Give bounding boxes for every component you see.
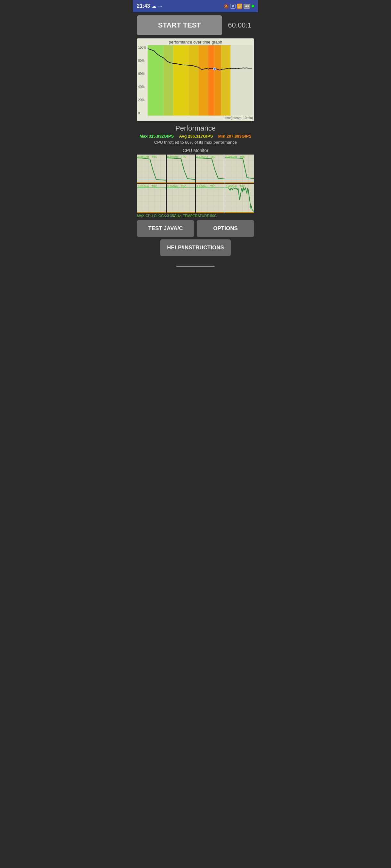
throttle-text: CPU throttled to 66% of its max performa… <box>137 140 254 145</box>
stat-min: Min 207,883GIPS <box>218 134 252 138</box>
help-button[interactable]: HELP/INSTRUCTIONS <box>160 239 231 256</box>
svg-point-9 <box>214 67 216 70</box>
stat-max: Max 315,932GIPS <box>139 134 174 138</box>
cpu-cell-2-label: 0.48GHz T0C <box>167 155 187 158</box>
start-test-button[interactable]: START TEST <box>137 16 222 35</box>
cpu-cell-5-label: 3.20GHz T0C <box>138 185 157 188</box>
cpu-monitor-title: CPU Monitor <box>137 148 254 153</box>
mute-icon: 🔕 <box>224 4 229 9</box>
cpu-monitor-grid: 0.48GHz T0C <box>137 154 254 213</box>
cpu-monitor-section: CPU Monitor 0.48GHz T0C <box>137 148 254 218</box>
x-icon: ✕ <box>230 4 235 9</box>
options-button[interactable]: OPTIONS <box>197 220 254 237</box>
svg-rect-89 <box>225 212 254 213</box>
svg-rect-50 <box>137 184 166 213</box>
home-indicator <box>176 266 215 267</box>
performance-section: Performance Max 315,932GIPS Avg 236,317G… <box>137 124 254 145</box>
cpu-cell-8-label: 0.40GHz T0C <box>226 185 245 188</box>
status-time: 21:43 <box>137 3 150 9</box>
time-label: time(interval 10min) <box>138 116 253 120</box>
performance-graph <box>138 45 253 116</box>
svg-rect-79 <box>196 212 225 213</box>
cpu-cell-8: 0.40GHz T0C <box>225 184 254 213</box>
cpu-cell-6-label: 3.20GHz T0C <box>167 185 187 188</box>
svg-rect-70 <box>196 184 225 213</box>
svg-rect-2 <box>173 45 189 116</box>
green-dot-icon <box>252 5 254 7</box>
cpu-cell-4-label: 0.48GHz T0C <box>226 155 245 158</box>
graph-title: performance over time graph <box>138 40 253 44</box>
cpu-cell-2: 0.48GHz T0C <box>167 155 196 183</box>
cpu-cell-3: 0.48GHz T0C <box>196 155 225 183</box>
svg-rect-10 <box>137 155 166 183</box>
top-row: START TEST 60:00:1 <box>137 16 254 35</box>
cloud-icon: ☁ <box>152 3 157 9</box>
cpu-cell-5: 3.20GHz T0C <box>137 184 166 213</box>
svg-rect-3 <box>189 45 199 116</box>
cpu-max-info: MAX CPU CLOCK:3.35GHz, TEMPERATURE:50C <box>137 214 254 218</box>
svg-rect-49 <box>225 182 254 183</box>
svg-rect-0 <box>148 45 164 116</box>
svg-rect-6 <box>215 45 221 116</box>
timer-display: 60:00:1 <box>225 21 254 29</box>
svg-rect-29 <box>167 182 196 183</box>
performance-stats: Max 315,932GIPS Avg 236,317GIPS Min 207,… <box>137 134 254 138</box>
cpu-cell-4: 0.48GHz T0C <box>225 155 254 183</box>
cpu-cell-3-label: 0.48GHz T0C <box>196 155 216 158</box>
battery-indicator: 40 <box>244 4 250 9</box>
svg-rect-60 <box>167 184 196 213</box>
svg-rect-39 <box>196 182 225 183</box>
more-icon: ··· <box>158 3 162 9</box>
wifi-icon: 📶 <box>237 3 242 9</box>
svg-rect-1 <box>164 45 173 116</box>
main-content: START TEST 60:00:1 performance over time… <box>133 12 258 273</box>
svg-rect-4 <box>199 45 208 116</box>
graph-container: 100% 80% 60% 40% 20% 0 <box>138 45 253 116</box>
svg-rect-5 <box>208 45 215 116</box>
cpu-cell-7-label: 3.20GHz T0C <box>196 185 216 188</box>
button-row: TEST JAVA/C OPTIONS <box>137 220 254 237</box>
cpu-cell-6: 3.20GHz T0C <box>167 184 196 213</box>
svg-rect-69 <box>167 212 196 213</box>
test-java-button[interactable]: TEST JAVA/C <box>137 220 194 237</box>
cpu-cell-1: 0.48GHz T0C <box>137 155 166 183</box>
svg-rect-8 <box>230 45 253 116</box>
cpu-cell-7: 3.20GHz T0C <box>196 184 225 213</box>
stat-avg: Avg 236,317GIPS <box>179 134 213 138</box>
graph-section: performance over time graph 100% 80% 60%… <box>137 38 254 121</box>
svg-rect-19 <box>137 182 166 183</box>
svg-rect-40 <box>225 155 254 183</box>
status-bar: 21:43 ☁ ··· 🔕 ✕ 📶 40 <box>133 0 258 12</box>
svg-rect-59 <box>137 212 166 213</box>
cpu-cell-1-label: 0.48GHz T0C <box>138 155 157 158</box>
performance-title: Performance <box>137 124 254 132</box>
svg-rect-7 <box>221 45 231 116</box>
status-icons: 🔕 ✕ 📶 40 <box>224 3 254 9</box>
